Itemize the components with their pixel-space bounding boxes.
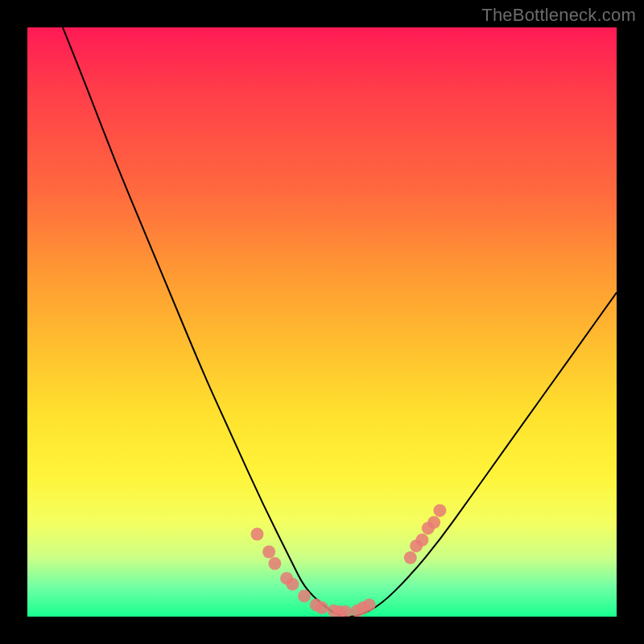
curve-layer [63, 27, 617, 617]
marker-dot [262, 546, 275, 559]
marker-layer [251, 504, 447, 617]
bottleneck-curve [63, 27, 617, 617]
marker-dot [433, 504, 446, 517]
marker-dot [427, 516, 440, 529]
marker-dot [251, 528, 264, 541]
marker-dot [415, 534, 428, 547]
marker-dot [404, 551, 417, 564]
watermark-text: TheBottleneck.com [481, 5, 636, 26]
marker-dot [268, 557, 281, 570]
plot-area [27, 27, 617, 617]
marker-dot [363, 598, 376, 611]
chart-frame: TheBottleneck.com [0, 0, 644, 644]
marker-dot [286, 578, 299, 591]
marker-dot [298, 589, 311, 602]
curve-svg [27, 27, 617, 617]
marker-dot [316, 601, 328, 614]
